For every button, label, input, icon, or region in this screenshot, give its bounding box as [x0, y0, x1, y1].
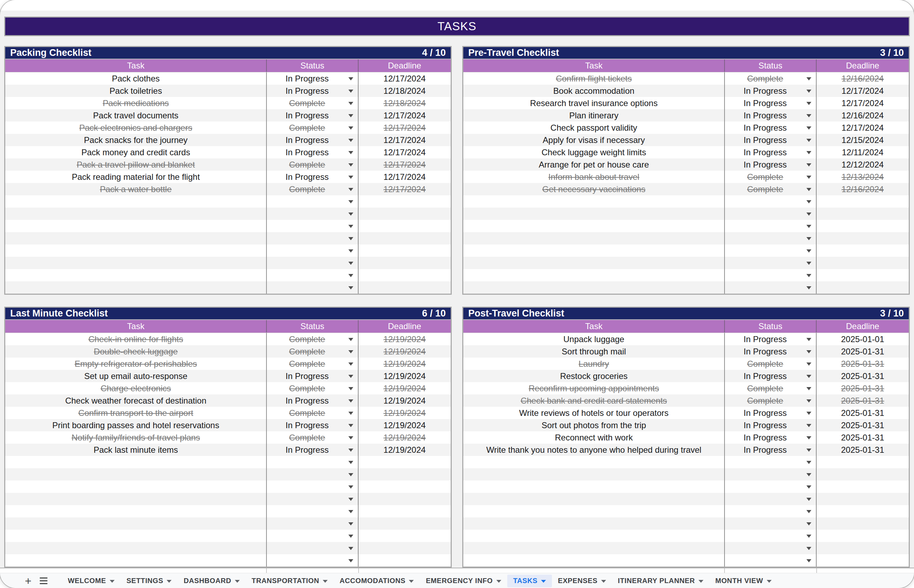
status-dropdown-arrow-icon[interactable]	[348, 485, 353, 489]
status-dropdown-arrow-icon[interactable]	[348, 188, 353, 191]
task-cell[interactable]	[463, 554, 724, 567]
sheet-tab-welcome[interactable]: WELCOME	[62, 575, 121, 587]
status-dropdown-arrow-icon[interactable]	[348, 262, 353, 265]
sheet-tab-month-view[interactable]: MONTH VIEW	[710, 575, 778, 587]
status-cell[interactable]: Complete	[724, 183, 816, 195]
status-dropdown-arrow-icon[interactable]	[348, 399, 353, 402]
status-dropdown-arrow-icon[interactable]	[348, 424, 353, 427]
status-dropdown-arrow-icon[interactable]	[348, 449, 353, 452]
task-cell[interactable]	[5, 517, 266, 530]
status-cell[interactable]: In Progress	[724, 345, 816, 358]
deadline-cell[interactable]	[358, 517, 451, 530]
add-sheet-button[interactable]: +	[20, 574, 36, 588]
deadline-cell[interactable]: 2025-01-31	[817, 407, 909, 419]
status-cell[interactable]: In Progress	[724, 333, 816, 345]
status-dropdown-arrow-icon[interactable]	[806, 237, 811, 240]
task-cell[interactable]: Check luggage weight limits	[463, 146, 724, 158]
deadline-cell[interactable]: 2025-01-31	[817, 345, 909, 358]
task-cell[interactable]: Pack reading material for the flight	[5, 171, 266, 183]
deadline-cell[interactable]: 12/19/2024	[358, 419, 451, 431]
status-dropdown-arrow-icon[interactable]	[348, 559, 353, 562]
task-cell[interactable]	[5, 244, 266, 257]
task-cell[interactable]	[5, 480, 266, 493]
status-dropdown-arrow-icon[interactable]	[806, 225, 811, 228]
status-cell[interactable]	[266, 244, 358, 257]
status-cell[interactable]	[266, 542, 358, 554]
deadline-cell[interactable]	[358, 530, 451, 542]
task-cell[interactable]: Write thank you notes to anyone who help…	[463, 444, 724, 456]
task-cell[interactable]	[463, 195, 724, 208]
deadline-cell[interactable]: 12/19/2024	[358, 382, 451, 394]
status-dropdown-arrow-icon[interactable]	[806, 338, 811, 341]
tab-dropdown-icon[interactable]	[167, 580, 172, 583]
status-dropdown-arrow-icon[interactable]	[348, 163, 353, 166]
status-cell[interactable]	[724, 208, 816, 220]
status-dropdown-arrow-icon[interactable]	[348, 126, 353, 129]
deadline-cell[interactable]	[817, 269, 909, 281]
deadline-cell[interactable]	[817, 220, 909, 232]
task-cell[interactable]: Sort through mail	[463, 345, 724, 358]
status-cell[interactable]: Complete	[724, 382, 816, 394]
status-dropdown-arrow-icon[interactable]	[348, 213, 353, 216]
task-cell[interactable]: Charge electronics	[5, 382, 266, 394]
status-cell[interactable]: In Progress	[724, 146, 816, 158]
deadline-cell[interactable]: 12/17/2024	[358, 121, 451, 134]
status-cell[interactable]: In Progress	[724, 431, 816, 444]
status-cell[interactable]: In Progress	[266, 109, 358, 121]
deadline-cell[interactable]: 12/19/2024	[358, 431, 451, 444]
deadline-cell[interactable]: 12/17/2024	[817, 121, 909, 134]
task-cell[interactable]	[463, 220, 724, 232]
deadline-cell[interactable]	[358, 493, 451, 505]
status-cell[interactable]: Complete	[266, 121, 358, 134]
status-cell[interactable]	[724, 281, 816, 294]
status-cell[interactable]	[266, 208, 358, 220]
sheet-tab-dashboard[interactable]: DASHBOARD	[178, 575, 245, 587]
task-cell[interactable]	[463, 456, 724, 468]
status-dropdown-arrow-icon[interactable]	[806, 102, 811, 105]
status-dropdown-arrow-icon[interactable]	[806, 547, 811, 550]
status-cell[interactable]	[724, 468, 816, 480]
deadline-cell[interactable]: 12/19/2024	[358, 444, 451, 456]
deadline-cell[interactable]: 12/17/2024	[817, 85, 909, 97]
task-cell[interactable]: Check weather forecast of destination	[5, 394, 266, 407]
status-cell[interactable]: In Progress	[724, 97, 816, 109]
status-cell[interactable]: In Progress	[266, 171, 358, 183]
status-dropdown-arrow-icon[interactable]	[806, 286, 811, 289]
status-dropdown-arrow-icon[interactable]	[348, 338, 353, 341]
task-cell[interactable]	[463, 480, 724, 493]
task-cell[interactable]	[5, 542, 266, 554]
status-cell[interactable]: In Progress	[266, 85, 358, 97]
deadline-cell[interactable]: 2025-01-31	[817, 419, 909, 431]
deadline-cell[interactable]: 12/18/2024	[358, 97, 451, 109]
status-dropdown-arrow-icon[interactable]	[348, 510, 353, 513]
status-cell[interactable]: In Progress	[266, 370, 358, 382]
status-cell[interactable]: In Progress	[724, 85, 816, 97]
task-cell[interactable]: Set up email auto-response	[5, 370, 266, 382]
sheet-tab-expenses[interactable]: EXPENSES	[552, 575, 612, 587]
status-dropdown-arrow-icon[interactable]	[806, 461, 811, 464]
status-dropdown-arrow-icon[interactable]	[806, 274, 811, 277]
status-cell[interactable]	[724, 480, 816, 493]
task-cell[interactable]: Unpack luggage	[463, 333, 724, 345]
status-dropdown-arrow-icon[interactable]	[806, 399, 811, 402]
status-cell[interactable]	[266, 281, 358, 294]
status-cell[interactable]	[266, 195, 358, 208]
status-dropdown-arrow-icon[interactable]	[348, 176, 353, 179]
deadline-cell[interactable]: 12/19/2024	[358, 345, 451, 358]
status-cell[interactable]	[266, 456, 358, 468]
status-cell[interactable]: Complete	[266, 358, 358, 370]
deadline-cell[interactable]	[358, 257, 451, 269]
status-cell[interactable]: In Progress	[266, 394, 358, 407]
status-cell[interactable]	[266, 232, 358, 244]
task-cell[interactable]: Reconnect with work	[463, 431, 724, 444]
deadline-cell[interactable]	[817, 456, 909, 468]
deadline-cell[interactable]: 12/18/2024	[358, 85, 451, 97]
deadline-cell[interactable]: 2025-01-31	[817, 431, 909, 444]
status-dropdown-arrow-icon[interactable]	[806, 114, 811, 117]
tab-dropdown-icon[interactable]	[235, 580, 240, 583]
status-dropdown-arrow-icon[interactable]	[806, 200, 811, 204]
all-sheets-menu-icon[interactable]	[36, 577, 51, 584]
status-cell[interactable]	[724, 269, 816, 281]
status-cell[interactable]: In Progress	[724, 134, 816, 146]
task-cell[interactable]	[5, 493, 266, 505]
